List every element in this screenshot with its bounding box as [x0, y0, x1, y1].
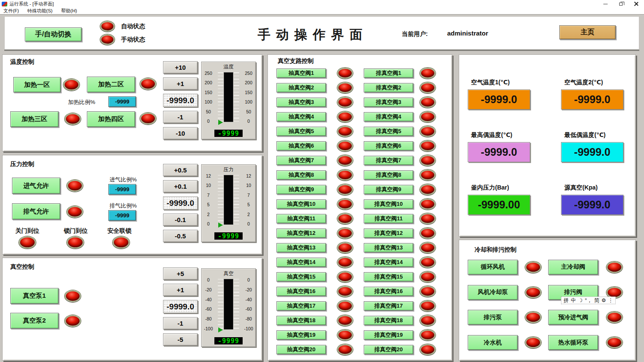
vent-valve-button[interactable]: 排真空阀8: [364, 170, 413, 180]
vent-valve-button[interactable]: 排真空阀9: [364, 185, 413, 194]
pump-valve-button[interactable]: 抽真空阀5: [276, 127, 326, 136]
intake-allow-button[interactable]: 进气允许: [12, 178, 60, 194]
close-button[interactable]: [629, 0, 644, 8]
heat-ratio-field[interactable]: -9999: [108, 96, 136, 107]
cooling-left-button[interactable]: 冷水机: [468, 335, 518, 350]
pump-valve-button[interactable]: 抽真空阀1: [276, 68, 326, 78]
vent-valve-button[interactable]: 排真空阀16: [364, 287, 413, 296]
pump-valve-button[interactable]: 抽真空阀15: [276, 272, 326, 282]
pressure-setpoint-display[interactable]: -9999.0: [163, 196, 198, 210]
pump-valve-button[interactable]: 抽真空阀7: [276, 156, 326, 165]
exhaust-ratio-field[interactable]: -9999: [108, 210, 136, 221]
ime-toolbar-icon[interactable]: 中: [571, 297, 576, 304]
increment-button[interactable]: +0.5: [163, 164, 198, 176]
cooling-right-button[interactable]: 预冷进气阀: [548, 310, 598, 325]
exhaust-allow-button[interactable]: 排气允许: [12, 203, 60, 220]
panel-title: 真空支路控制: [278, 57, 314, 65]
gauge-tick-label: 100: [245, 99, 252, 104]
manual-auto-toggle-button[interactable]: 手/自动切换: [25, 27, 82, 42]
pump-valve-button[interactable]: 抽真空阀17: [276, 301, 326, 311]
increment-button[interactable]: +1: [163, 77, 198, 90]
vent-valve-button[interactable]: 排真空阀11: [364, 214, 413, 223]
pump-valve-button[interactable]: 抽真空阀3: [276, 98, 326, 107]
cooling-right-button[interactable]: 主冷却阀: [548, 260, 598, 275]
vent-valve-button[interactable]: 排真空阀13: [364, 243, 413, 252]
pump-valve-button[interactable]: 抽真空阀13: [276, 243, 326, 252]
cooling-right-button[interactable]: 热水循环泵: [548, 335, 598, 350]
pump-valve-button[interactable]: 抽真空阀8: [276, 170, 326, 180]
vent-valve-button[interactable]: 排真空阀7: [364, 156, 413, 165]
minimize-button[interactable]: [598, 0, 613, 8]
cooling-left-button[interactable]: 风机冷却泵: [468, 285, 518, 300]
vent-valve-led: [420, 286, 436, 297]
vent-valve-button[interactable]: 排真空阀5: [364, 127, 413, 136]
pump-valve-button[interactable]: 抽真空阀14: [276, 258, 326, 267]
home-button[interactable]: 主页: [559, 25, 616, 39]
pump-valve-button[interactable]: 抽真空阀2: [276, 83, 326, 92]
heat-zone4-button[interactable]: 加热四区: [87, 111, 135, 127]
heat-zone3-button[interactable]: 加热三区: [10, 111, 59, 127]
vent-valve-button[interactable]: 排真空阀4: [364, 112, 413, 122]
ime-toolbar-icon[interactable]: °，: [585, 297, 592, 304]
pump-valve-button[interactable]: 抽真空阀9: [276, 185, 326, 194]
decrement-button[interactable]: -5: [163, 333, 198, 346]
decrement-button[interactable]: -10: [163, 127, 198, 139]
vent-valve-button[interactable]: 排真空阀18: [364, 316, 413, 325]
increment-button[interactable]: +1: [163, 284, 198, 296]
ime-toolbar-icon[interactable]: 简: [594, 297, 599, 304]
vent-valve-button[interactable]: 排真空阀19: [364, 330, 413, 340]
gauge-tick-label: 12: [206, 173, 211, 178]
vent-valve-button[interactable]: 排真空阀1: [364, 68, 413, 78]
menu-file[interactable]: 文件(F): [3, 8, 19, 14]
pump-valve-button[interactable]: 抽真空阀18: [276, 316, 326, 325]
intake-ratio-field[interactable]: -9999: [108, 184, 136, 195]
pump-valve-led: [337, 315, 353, 326]
pump-valve-button[interactable]: 抽真空阀10: [276, 199, 326, 209]
cooling-left-button[interactable]: 循环风机: [468, 260, 518, 275]
pump-valve-button[interactable]: 抽真空阀4: [276, 112, 326, 122]
ime-toolbar[interactable]: 拼中☽°，简⚙⋮: [561, 297, 616, 304]
vacuum-pump1-button[interactable]: 真空泵1: [10, 288, 59, 304]
pump-valve-button[interactable]: 抽真空阀6: [276, 141, 326, 151]
heat-zone2-button[interactable]: 加热二区: [87, 77, 135, 92]
pump-valve-button[interactable]: 抽真空阀16: [276, 287, 326, 296]
temperature-setpoint-display[interactable]: -9999.0: [163, 94, 198, 107]
pump-valve-button[interactable]: 抽真空阀19: [276, 330, 326, 340]
gauge-value: -9999: [214, 337, 243, 344]
cooling-left-button[interactable]: 排污泵: [468, 310, 518, 325]
vacuum-setpoint-display[interactable]: -9999.0: [163, 300, 198, 313]
menu-special-functions[interactable]: 特殊功能(S): [27, 8, 53, 14]
decrement-button[interactable]: -0.5: [163, 230, 198, 242]
temperature-gauge: 温度 250200150100500 250200150100500 -9999: [201, 62, 256, 139]
vent-valve-button[interactable]: 排真空阀6: [364, 141, 413, 151]
gauge-tick-label: 50: [246, 109, 251, 114]
pump-valve-button[interactable]: 抽真空阀20: [276, 345, 326, 354]
vent-valve-button[interactable]: 排真空阀15: [364, 272, 413, 282]
increment-button[interactable]: +10: [163, 61, 198, 74]
menu-help[interactable]: 帮助(H): [61, 8, 77, 14]
restore-button[interactable]: [613, 0, 629, 8]
safety-interlock-led: [113, 236, 130, 249]
vent-valve-button[interactable]: 排真空阀14: [364, 258, 413, 267]
ime-toolbar-icon[interactable]: ☽: [578, 297, 583, 303]
vent-valve-button[interactable]: 排真空阀20: [364, 345, 413, 354]
increment-button[interactable]: +5: [163, 267, 198, 280]
decrement-button[interactable]: -1: [163, 317, 198, 329]
vent-valve-button[interactable]: 排真空阀3: [364, 98, 413, 107]
decrement-button[interactable]: -1: [163, 111, 198, 123]
ime-toolbar-icon[interactable]: ⋮: [608, 297, 613, 303]
vent-valve-button[interactable]: 排真空阀2: [364, 83, 413, 92]
ime-toolbar-icon[interactable]: ⚙: [602, 297, 606, 303]
vent-valve-button[interactable]: 排真空阀10: [364, 199, 413, 209]
vacuum-pump2-button[interactable]: 真空泵2: [10, 313, 59, 329]
pump-valve-button[interactable]: 抽真空阀11: [276, 214, 326, 223]
heat-zone3-led: [65, 113, 81, 125]
heat-zone1-button[interactable]: 加热一区: [13, 77, 61, 92]
ime-toolbar-icon[interactable]: 拼: [564, 297, 569, 304]
display-cell: 空气温度1(℃) -9999.0: [468, 68, 561, 120]
vent-valve-button[interactable]: 排真空阀17: [364, 301, 413, 311]
vent-valve-button[interactable]: 排真空阀12: [364, 228, 413, 238]
increment-button[interactable]: +0.1: [163, 180, 198, 193]
decrement-button[interactable]: -0.1: [163, 214, 198, 226]
pump-valve-button[interactable]: 抽真空阀12: [276, 228, 326, 238]
